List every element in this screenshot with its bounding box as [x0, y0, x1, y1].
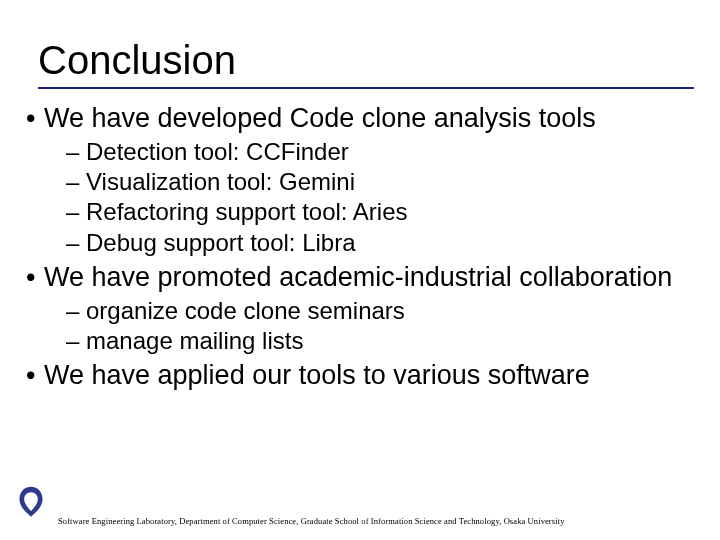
bullet-item: We have applied our tools to various sof… — [18, 360, 720, 392]
bullet-text: We have promoted academic-industrial col… — [18, 262, 720, 294]
slide-title: Conclusion — [38, 38, 236, 85]
sub-bullet-item: manage mailing lists — [66, 326, 720, 356]
bullet-text: We have developed Code clone analysis to… — [18, 103, 720, 135]
slide-body: We have developed Code clone analysis to… — [0, 89, 720, 392]
bullet-item: We have promoted academic-industrial col… — [18, 262, 720, 356]
sub-bullet-item: Refactoring support tool: Aries — [66, 197, 720, 227]
sub-bullet-item: Visualization tool: Gemini — [66, 167, 720, 197]
bullet-item: We have developed Code clone analysis to… — [18, 103, 720, 258]
sub-bullet-item: Detection tool: CCFinder — [66, 137, 720, 167]
sub-bullet-item: organize code clone seminars — [66, 296, 720, 326]
bullet-text: We have applied our tools to various sof… — [18, 360, 720, 392]
sub-bullet-item: Debug support tool: Libra — [66, 228, 720, 258]
footer-text: Software Engineering Laboratory, Departm… — [58, 516, 564, 526]
